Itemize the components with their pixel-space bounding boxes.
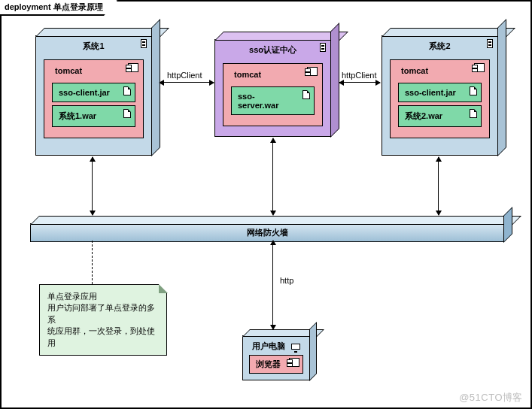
artifact: sso-server.war [231,86,315,115]
node-icon [487,39,493,48]
canvas: 系统1 tomcat sso-client.jar 系统1.war sso认证中… [2,2,530,407]
component-icon [128,63,138,72]
artifact-label: sso-server.war [238,92,278,110]
artifact: 系统1.war [52,105,135,127]
connector-label: httpClient [166,71,203,80]
node-title: 系统2 [382,36,497,55]
node-client: 用户电脑 浏览器 [242,335,310,380]
note-connector [92,241,93,284]
connector-sso-firewall [272,138,273,215]
node-system1: 系统1 tomcat sso-client.jar 系统1.war [35,35,152,156]
connector-label: httpClient [340,71,378,80]
component-title: tomcat [52,66,135,80]
client-title: 用户电脑 [249,341,303,355]
artifact-label: 系统2.war [405,111,442,120]
artifact-label: sso-client.jar [59,88,110,97]
artifact-label: sso-client.jar [405,88,456,97]
diagram-frame: deployment 单点登录原理 系统1 tomcat sso-client.… [0,0,532,409]
note-text: 单点登录应用 [47,291,159,302]
connector-http [272,241,273,329]
node-icon [320,43,326,52]
component-icon [307,67,318,76]
node-icon [141,39,147,48]
node-title: sso认证中心 [215,40,330,59]
document-icon [123,109,131,118]
watermark: @51CTO博客 [459,391,523,404]
connector-httpclient-left [160,82,214,83]
component-tomcat-system2: tomcat sso-client.jar 系统2.war [390,59,490,138]
connector-sys2-firewall [438,157,439,215]
note-text: 用户访问部署了单点登录的多系 [47,302,159,326]
firewall-label: 网络防火墙 [247,228,288,237]
note: 单点登录应用 用户访问部署了单点登录的多系 统应用群，一次登录，到处使用 [39,284,167,356]
node-sso-center: sso认证中心 tomcat sso-server.war [214,39,331,137]
component-tomcat-sso: tomcat sso-server.war [223,63,323,126]
document-icon [470,86,477,95]
artifact: 系统2.war [398,105,482,127]
connector-label: http [278,276,295,285]
client-title-text: 用户电脑 [252,341,285,350]
node-title: 系统1 [36,36,151,55]
artifact: sso-client.jar [398,83,482,102]
document-icon [302,90,310,99]
connector-httpclient-right [339,82,380,83]
artifact: sso-client.jar [52,83,135,102]
component-title: tomcat [231,70,315,83]
browser-label: 浏览器 [256,359,281,368]
component-browser: 浏览器 [249,355,303,374]
monitor-icon [291,344,300,350]
component-title: tomcat [398,66,482,80]
document-icon [123,86,131,95]
document-icon [470,109,477,118]
component-icon [289,358,299,367]
connector-sys1-firewall [92,157,93,215]
component-icon [474,63,485,72]
note-text: 统应用群，一次登录，到处使用 [47,326,159,349]
node-system2: 系统2 tomcat sso-client.jar 系统2.war [382,35,498,156]
firewall-bar: 网络防火墙 [30,223,504,242]
component-tomcat-system1: tomcat sso-client.jar 系统1.war [44,59,144,138]
artifact-label: 系统1.war [59,111,96,120]
